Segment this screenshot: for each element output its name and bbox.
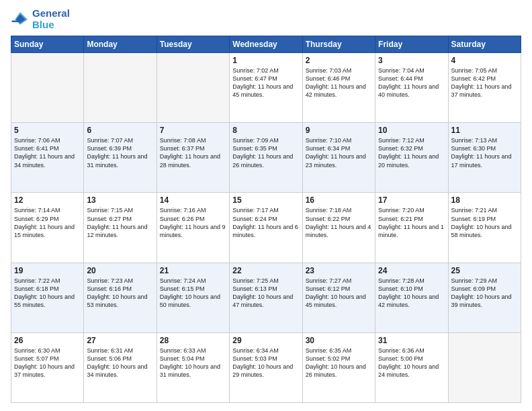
svg-rect-3 — [12, 20, 19, 21]
day-cell: 22Sunrise: 7:25 AM Sunset: 6:13 PM Dayli… — [230, 263, 302, 332]
day-info: Sunrise: 7:28 AM Sunset: 6:10 PM Dayligh… — [378, 277, 445, 310]
week-row-3: 12Sunrise: 7:14 AM Sunset: 6:29 PM Dayli… — [11, 193, 521, 263]
day-cell: 15Sunrise: 7:17 AM Sunset: 6:24 PM Dayli… — [230, 193, 302, 263]
col-header-wednesday: Wednesday — [230, 36, 302, 53]
day-info: Sunrise: 7:13 AM Sunset: 6:30 PM Dayligh… — [451, 136, 518, 169]
day-info: Sunrise: 7:17 AM Sunset: 6:24 PM Dayligh… — [232, 206, 299, 239]
week-row-5: 26Sunrise: 6:30 AM Sunset: 5:07 PM Dayli… — [11, 332, 521, 402]
day-info: Sunrise: 7:25 AM Sunset: 6:13 PM Dayligh… — [232, 277, 299, 310]
day-number: 4 — [451, 56, 518, 65]
day-info: Sunrise: 7:14 AM Sunset: 6:29 PM Dayligh… — [14, 206, 81, 239]
day-cell: 2Sunrise: 7:03 AM Sunset: 6:46 PM Daylig… — [302, 53, 375, 123]
day-number: 17 — [378, 195, 445, 205]
day-cell: 12Sunrise: 7:14 AM Sunset: 6:29 PM Dayli… — [11, 193, 84, 263]
day-number: 7 — [160, 126, 226, 135]
day-info: Sunrise: 6:36 AM Sunset: 5:00 PM Dayligh… — [378, 347, 445, 379]
day-info: Sunrise: 6:34 AM Sunset: 5:03 PM Dayligh… — [232, 347, 299, 379]
day-info: Sunrise: 7:21 AM Sunset: 6:19 PM Dayligh… — [451, 206, 518, 239]
day-info: Sunrise: 7:04 AM Sunset: 6:44 PM Dayligh… — [378, 66, 445, 99]
day-cell: 10Sunrise: 7:12 AM Sunset: 6:32 PM Dayli… — [375, 123, 448, 193]
day-number: 16 — [306, 195, 372, 205]
day-cell: 27Sunrise: 6:31 AM Sunset: 5:06 PM Dayli… — [84, 332, 157, 402]
col-header-sunday: Sunday — [11, 36, 84, 53]
day-cell — [448, 332, 521, 402]
day-number: 25 — [451, 266, 518, 275]
day-info: Sunrise: 7:08 AM Sunset: 6:37 PM Dayligh… — [160, 136, 226, 169]
col-header-monday: Monday — [84, 36, 157, 53]
day-info: Sunrise: 7:09 AM Sunset: 6:35 PM Dayligh… — [232, 136, 299, 169]
day-number: 3 — [378, 56, 445, 65]
day-number: 9 — [306, 126, 372, 135]
day-cell: 17Sunrise: 7:20 AM Sunset: 6:21 PM Dayli… — [375, 193, 448, 263]
day-number: 20 — [87, 266, 153, 275]
day-cell: 29Sunrise: 6:34 AM Sunset: 5:03 PM Dayli… — [230, 332, 302, 402]
day-cell: 30Sunrise: 6:35 AM Sunset: 5:02 PM Dayli… — [302, 332, 375, 402]
day-cell: 25Sunrise: 7:29 AM Sunset: 6:09 PM Dayli… — [448, 263, 521, 332]
day-cell: 18Sunrise: 7:21 AM Sunset: 6:19 PM Dayli… — [448, 193, 521, 263]
day-info: Sunrise: 7:06 AM Sunset: 6:41 PM Dayligh… — [14, 136, 81, 169]
day-number: 5 — [14, 126, 81, 135]
day-cell: 1Sunrise: 7:02 AM Sunset: 6:47 PM Daylig… — [230, 53, 302, 123]
day-cell: 6Sunrise: 7:07 AM Sunset: 6:39 PM Daylig… — [84, 123, 157, 193]
logo-icon — [11, 10, 30, 29]
calendar-header-row: SundayMondayTuesdayWednesdayThursdayFrid… — [11, 36, 521, 53]
col-header-tuesday: Tuesday — [157, 36, 229, 53]
day-number: 21 — [160, 266, 226, 275]
day-info: Sunrise: 7:15 AM Sunset: 6:27 PM Dayligh… — [87, 206, 153, 239]
day-info: Sunrise: 7:27 AM Sunset: 6:12 PM Dayligh… — [306, 277, 372, 310]
day-number: 10 — [378, 126, 445, 135]
day-cell: 14Sunrise: 7:16 AM Sunset: 6:26 PM Dayli… — [157, 193, 229, 263]
logo: General Blue — [11, 8, 70, 30]
col-header-friday: Friday — [375, 36, 448, 53]
day-number: 8 — [232, 126, 299, 135]
day-cell — [157, 53, 229, 123]
day-number: 28 — [160, 336, 226, 345]
day-number: 22 — [232, 266, 299, 275]
day-number: 27 — [87, 336, 153, 345]
day-info: Sunrise: 7:29 AM Sunset: 6:09 PM Dayligh… — [451, 277, 518, 310]
col-header-thursday: Thursday — [302, 36, 375, 53]
day-cell: 9Sunrise: 7:10 AM Sunset: 6:34 PM Daylig… — [302, 123, 375, 193]
week-row-2: 5Sunrise: 7:06 AM Sunset: 6:41 PM Daylig… — [11, 123, 521, 193]
day-info: Sunrise: 7:22 AM Sunset: 6:18 PM Dayligh… — [14, 277, 81, 310]
day-info: Sunrise: 6:33 AM Sunset: 5:04 PM Dayligh… — [160, 347, 226, 379]
day-number: 6 — [87, 126, 153, 135]
day-cell: 11Sunrise: 7:13 AM Sunset: 6:30 PM Dayli… — [448, 123, 521, 193]
day-number: 30 — [306, 336, 372, 345]
day-info: Sunrise: 7:12 AM Sunset: 6:32 PM Dayligh… — [378, 136, 445, 169]
day-cell: 5Sunrise: 7:06 AM Sunset: 6:41 PM Daylig… — [11, 123, 84, 193]
day-number: 19 — [14, 266, 81, 275]
day-info: Sunrise: 6:30 AM Sunset: 5:07 PM Dayligh… — [14, 347, 81, 379]
day-number: 23 — [306, 266, 372, 275]
day-number: 15 — [232, 195, 299, 205]
day-number: 13 — [87, 195, 153, 205]
day-number: 24 — [378, 266, 445, 275]
day-number: 14 — [160, 195, 226, 205]
week-row-4: 19Sunrise: 7:22 AM Sunset: 6:18 PM Dayli… — [11, 263, 521, 332]
day-cell: 28Sunrise: 6:33 AM Sunset: 5:04 PM Dayli… — [157, 332, 229, 402]
day-number: 26 — [14, 336, 81, 345]
day-info: Sunrise: 7:18 AM Sunset: 6:22 PM Dayligh… — [306, 206, 372, 239]
day-cell: 16Sunrise: 7:18 AM Sunset: 6:22 PM Dayli… — [302, 193, 375, 263]
day-cell — [11, 53, 84, 123]
day-cell: 4Sunrise: 7:05 AM Sunset: 6:42 PM Daylig… — [448, 53, 521, 123]
day-info: Sunrise: 7:07 AM Sunset: 6:39 PM Dayligh… — [87, 136, 153, 169]
day-info: Sunrise: 7:20 AM Sunset: 6:21 PM Dayligh… — [378, 206, 445, 239]
day-number: 18 — [451, 195, 518, 205]
day-cell: 23Sunrise: 7:27 AM Sunset: 6:12 PM Dayli… — [302, 263, 375, 332]
day-cell: 7Sunrise: 7:08 AM Sunset: 6:37 PM Daylig… — [157, 123, 229, 193]
day-info: Sunrise: 7:03 AM Sunset: 6:46 PM Dayligh… — [306, 66, 372, 99]
day-number: 11 — [451, 126, 518, 135]
day-cell: 19Sunrise: 7:22 AM Sunset: 6:18 PM Dayli… — [11, 263, 84, 332]
day-info: Sunrise: 7:24 AM Sunset: 6:15 PM Dayligh… — [160, 277, 226, 310]
day-cell: 26Sunrise: 6:30 AM Sunset: 5:07 PM Dayli… — [11, 332, 84, 402]
page: General Blue SundayMondayTuesdayWednesda… — [0, 0, 532, 411]
day-info: Sunrise: 7:02 AM Sunset: 6:47 PM Dayligh… — [232, 66, 299, 99]
day-cell: 3Sunrise: 7:04 AM Sunset: 6:44 PM Daylig… — [375, 53, 448, 123]
day-info: Sunrise: 7:10 AM Sunset: 6:34 PM Dayligh… — [306, 136, 372, 169]
day-cell: 24Sunrise: 7:28 AM Sunset: 6:10 PM Dayli… — [375, 263, 448, 332]
day-info: Sunrise: 7:05 AM Sunset: 6:42 PM Dayligh… — [451, 66, 518, 99]
day-number: 29 — [232, 336, 299, 345]
calendar-table: SundayMondayTuesdayWednesdayThursdayFrid… — [11, 36, 521, 403]
day-number: 2 — [306, 56, 372, 65]
